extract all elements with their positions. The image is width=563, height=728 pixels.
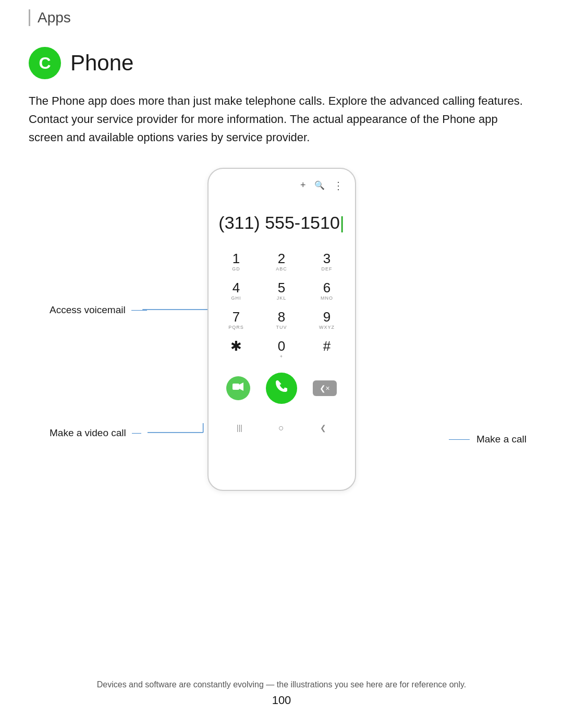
video-camera-icon (232, 382, 244, 393)
dial-key-0[interactable]: 0 + (259, 335, 304, 364)
phone-call-icon (274, 378, 289, 398)
svg-marker-6 (239, 382, 243, 391)
nav-back-icon[interactable]: ||| (237, 424, 242, 432)
make-call-button[interactable] (266, 373, 297, 404)
search-icon[interactable]: 🔍 (314, 180, 325, 190)
dial-key-9[interactable]: 9 WXYZ (304, 306, 350, 335)
dial-key-3[interactable]: 3 DEF (304, 248, 350, 277)
add-icon[interactable]: + (300, 180, 306, 191)
dial-key-5[interactable]: 5 JKL (259, 277, 304, 306)
nav-home-icon[interactable]: ○ (278, 423, 284, 434)
annotation-access-voicemail: Access voicemail (50, 304, 147, 316)
page-number: 100 (0, 694, 563, 707)
phone-number-text: (311) 555-1510 (218, 213, 340, 232)
phone-top-bar: + 🔍 ⋮ (209, 169, 355, 197)
app-icon: C (29, 47, 61, 79)
action-row: ❮× (209, 364, 355, 409)
app-header: C Phone (29, 47, 534, 79)
more-options-icon[interactable]: ⋮ (333, 179, 344, 192)
app-title: Phone (70, 51, 133, 76)
mockup-area: Access voicemail Make a video call Make … (29, 168, 534, 522)
delete-button[interactable]: ❮× (313, 380, 337, 396)
annotation-make-video-call: Make a video call (50, 427, 141, 439)
footer: Devices and software are constantly evol… (0, 680, 563, 707)
dial-key-7[interactable]: 7 PQRS (214, 306, 259, 335)
phone-number-display: (311) 555-1510| (209, 197, 355, 248)
dial-key-hash[interactable]: # (304, 335, 350, 364)
dial-key-star[interactable]: ✱ (214, 335, 259, 364)
dialpad: 1 GD 2 ABC 3 DEF 4 GHI 5 JKL (209, 248, 355, 364)
phone-screen-mockup: + 🔍 ⋮ (311) 555-1510| 1 GD 2 ABC (207, 168, 356, 491)
dial-key-2[interactable]: 2 ABC (259, 248, 304, 277)
annotation-make-call: Make a call (449, 434, 527, 445)
backspace-icon: ❮× (320, 384, 330, 392)
app-icon-letter: C (39, 54, 51, 73)
dial-key-1[interactable]: 1 GD (214, 248, 259, 277)
svg-rect-5 (232, 384, 239, 390)
dial-key-4[interactable]: 4 GHI (214, 277, 259, 306)
dial-key-6[interactable]: 6 MNO (304, 277, 350, 306)
app-description: The Phone app does more than just make t… (29, 92, 534, 147)
dial-key-8[interactable]: 8 TUV (259, 306, 304, 335)
footer-note: Devices and software are constantly evol… (0, 680, 563, 689)
video-call-button[interactable] (226, 376, 250, 400)
nav-recent-icon[interactable]: ❮ (320, 424, 326, 432)
phone-bottom-nav: ||| ○ ❮ (209, 414, 355, 443)
breadcrumb: Apps (38, 9, 71, 26)
